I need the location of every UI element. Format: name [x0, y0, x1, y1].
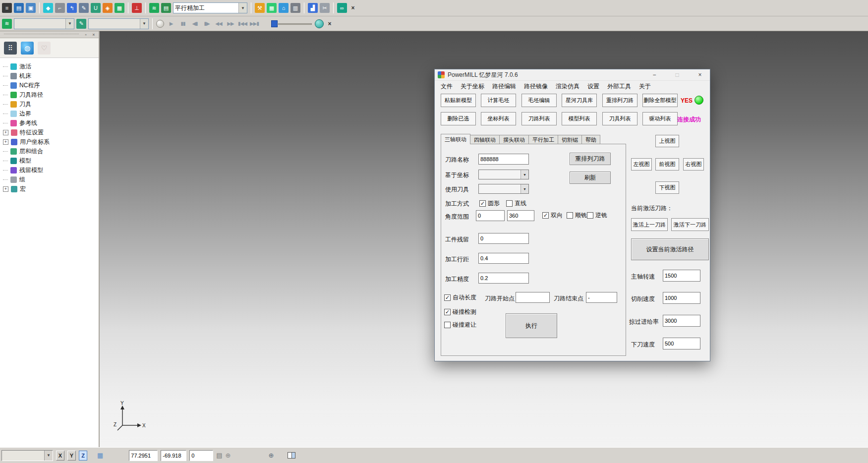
tool-icon[interactable]: ⊥ — [132, 3, 142, 13]
calculator-icon[interactable]: ▥ — [290, 3, 300, 13]
toolpath-combobox[interactable]: ▼ — [14, 18, 74, 29]
coord-y-field[interactable] — [161, 450, 186, 461]
go-start-icon[interactable]: ▮◀◀ — [237, 19, 247, 29]
paste-new-model-button[interactable]: 粘贴新模型 — [441, 94, 476, 107]
transform-icon[interactable]: ↰ — [67, 3, 77, 13]
toolbar-close-icon[interactable]: × — [349, 4, 357, 12]
machine-icon[interactable]: ⌂ — [279, 3, 289, 13]
dialog-titlebar[interactable]: PowerMILL 忆梦星河 7.0.6 − □ × — [435, 69, 710, 81]
close-panel-icon[interactable]: × — [91, 32, 97, 37]
strategy-combobox[interactable]: 平行精加工 ▼ — [173, 2, 247, 13]
statusbar-combobox[interactable]: ▼ — [1, 450, 53, 461]
stock-edit-button[interactable]: 毛坯编辑 — [521, 94, 557, 107]
minimize-button[interactable]: − — [644, 69, 664, 80]
simulation-toolbar-close-icon[interactable]: × — [326, 20, 334, 28]
angle-to-input[interactable] — [507, 210, 534, 221]
menu-coords[interactable]: 关于坐标 — [457, 81, 488, 92]
tree-item-tools[interactable]: 刀具 — [3, 100, 99, 109]
set-active-path-button[interactable]: 设置当前激活路径 — [631, 238, 709, 260]
checkbox-mark[interactable] — [444, 322, 451, 328]
explorer-tree-icon[interactable]: ⠿ — [4, 42, 17, 55]
view-left-button[interactable]: 左视图 — [631, 158, 652, 171]
conventional-checkbox[interactable]: 逆铣 — [587, 211, 607, 220]
checkbox-mark[interactable] — [567, 212, 573, 219]
tree-item-boundaries[interactable]: 边界 — [3, 109, 99, 118]
maximize-button[interactable]: □ — [667, 69, 687, 80]
boundary-trim-icon[interactable]: U — [91, 3, 101, 13]
print-icon[interactable]: ≡ — [2, 3, 12, 13]
view-bottom-button[interactable]: 下视图 — [655, 181, 679, 194]
tool-combobox[interactable]: ▼ — [88, 18, 149, 29]
float-panel-icon[interactable]: ▫ — [83, 32, 89, 37]
shield-icon[interactable]: ♡ — [38, 42, 51, 55]
tree-item-patterns[interactable]: 参考线 — [3, 118, 99, 128]
tree-item-macros[interactable]: + 宏 — [3, 184, 99, 194]
plunge-feed-input[interactable] — [663, 338, 700, 349]
collision-avoid-checkbox[interactable]: 碰撞避让 — [444, 321, 476, 329]
axis-orientation-icon[interactable]: ⊕ — [269, 452, 274, 459]
cutting-feed-input[interactable] — [663, 292, 700, 304]
checkbox-mark[interactable]: ✓ — [444, 294, 451, 301]
scissors-icon[interactable]: ✂ — [320, 3, 330, 13]
drive-list-button[interactable]: 驱动列表 — [642, 112, 678, 125]
view-front-button[interactable]: 前视图 — [655, 158, 679, 171]
toolpath-edit-icon[interactable]: ✎ — [76, 19, 86, 29]
tab-4axis[interactable]: 四轴联动 — [470, 135, 500, 144]
checkbox-mark[interactable]: ✓ — [444, 309, 451, 315]
checkbox-mark[interactable] — [587, 212, 593, 219]
checkbox-mark[interactable]: ✓ — [479, 200, 486, 207]
tab-help[interactable]: 帮助 — [581, 135, 600, 144]
world-icon[interactable]: ◍ — [21, 42, 34, 55]
model-list-button[interactable]: 模型列表 — [562, 112, 597, 125]
checkbox-mark[interactable] — [506, 200, 513, 207]
coord-z-field[interactable] — [189, 450, 213, 461]
expand-icon[interactable]: + — [3, 130, 8, 135]
activate-prev-button[interactable]: 激活上一刀路 — [631, 218, 668, 231]
refresh-button[interactable]: 刷新 — [570, 172, 611, 184]
chevron-down-icon[interactable]: ▼ — [521, 170, 528, 179]
execute-button[interactable]: 执行 — [506, 313, 557, 338]
printer-icon[interactable]: ▣ — [26, 3, 36, 13]
toolpath-list-button[interactable]: 刀路列表 — [521, 112, 557, 125]
start-point-input[interactable] — [516, 292, 550, 303]
reorder-toolpaths-button[interactable]: 重排列刀路 — [602, 94, 637, 107]
view-search-icon[interactable]: ∞ — [337, 3, 347, 13]
chevron-down-icon[interactable]: ▼ — [65, 19, 74, 29]
stepover-input[interactable] — [478, 253, 529, 264]
save-icon[interactable]: ▤ — [14, 3, 24, 13]
step-forward-icon[interactable]: ▮▶ — [202, 19, 212, 29]
end-point-input[interactable] — [586, 292, 617, 303]
simulation-speed-slider[interactable] — [271, 19, 313, 28]
delete-selected-button[interactable]: 删除已选 — [441, 112, 476, 125]
checkbox-mark[interactable]: ✓ — [542, 212, 549, 219]
toolpath-icon[interactable]: ≋ — [149, 3, 159, 13]
collision-check-checkbox[interactable]: ✓ 碰撞检测 — [444, 308, 476, 316]
strategy-table-icon[interactable]: ▤ — [161, 3, 171, 13]
tree-item-nc-programs[interactable]: NC程序 — [3, 81, 99, 90]
menu-ext-tools[interactable]: 外部工具 — [603, 81, 635, 92]
axis-x-button[interactable]: X — [56, 451, 64, 461]
menu-file[interactable]: 文件 — [437, 81, 457, 92]
levels-icon[interactable]: ▦ — [115, 3, 124, 13]
circle-checkbox[interactable]: ✓ 圆形 — [479, 199, 500, 208]
tree-item-groups[interactable]: 组 — [3, 175, 99, 184]
compare-icon[interactable]: ◈ — [103, 3, 113, 13]
axis-y-button[interactable]: Y — [67, 451, 76, 461]
tree-item-feature-sets[interactable]: + 特征设置 — [3, 128, 99, 137]
based-coord-dropdown[interactable]: ▼ — [478, 170, 529, 179]
clock-icon[interactable] — [315, 19, 324, 28]
delete-all-models-button[interactable]: 删除全部模型 — [642, 94, 678, 107]
menu-about[interactable]: 关于 — [635, 81, 655, 92]
fast-forward-icon[interactable]: ▶▶ — [226, 19, 235, 29]
mesh-icon[interactable]: ▦ — [267, 3, 277, 13]
tree-item-stock-models[interactable]: 残留模型 — [3, 166, 99, 175]
auto-length-checkbox[interactable]: ✓ 自动长度 — [444, 293, 476, 302]
expand-icon[interactable]: + — [3, 186, 8, 192]
view-top-button[interactable]: 上视图 — [655, 135, 679, 147]
slider-handle[interactable] — [271, 20, 278, 27]
close-button[interactable]: × — [690, 69, 710, 80]
tree-item-workplanes[interactable]: + 用户坐标系 — [3, 137, 99, 147]
go-end-icon[interactable]: ▶▶▮ — [249, 19, 259, 29]
rewind-icon[interactable]: ◀◀ — [214, 19, 224, 29]
toolpath-select-icon[interactable]: ≋ — [2, 19, 12, 29]
